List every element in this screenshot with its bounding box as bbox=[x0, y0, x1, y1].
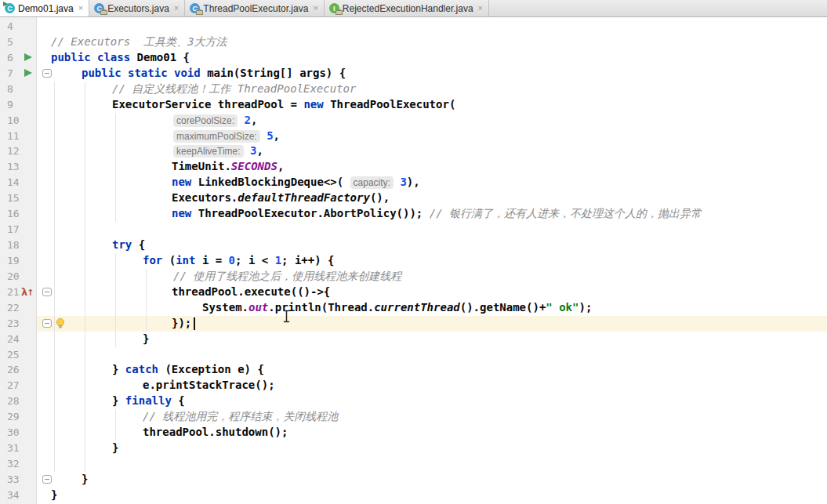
code-text: new bbox=[303, 98, 323, 111]
line-number[interactable]: 24 bbox=[7, 332, 34, 347]
tab-close-icon[interactable]: × bbox=[478, 4, 483, 13]
param-hint-chip: capacity: bbox=[350, 176, 394, 189]
code-text: // 线程池用完，程序结束，关闭线程池 bbox=[143, 410, 338, 422]
code-line[interactable]: } catch (Exception e) { bbox=[112, 362, 264, 378]
code-text: currentThread bbox=[374, 301, 460, 314]
code-line[interactable]: threadPool.shutdown(); bbox=[143, 425, 288, 441]
line-number[interactable]: 34 bbox=[7, 488, 34, 503]
tab-close-icon[interactable]: × bbox=[313, 4, 317, 13]
code-line[interactable]: System.out.println(Thread.currentThread(… bbox=[202, 300, 592, 316]
line-number[interactable]: 28 bbox=[7, 393, 34, 409]
line-number[interactable]: 33 bbox=[7, 472, 34, 488]
line-number[interactable]: 14 bbox=[7, 175, 34, 190]
code-line[interactable]: } finally { bbox=[112, 393, 185, 409]
line-number[interactable]: 9 bbox=[7, 97, 34, 113]
code-line[interactable]: e.printStackTrace(); bbox=[143, 378, 275, 393]
code-text: try bbox=[112, 238, 132, 251]
line-number[interactable]: 25 bbox=[7, 347, 34, 363]
tab-close-icon[interactable]: × bbox=[174, 4, 179, 13]
line-number[interactable]: 30 bbox=[7, 425, 34, 441]
line-number[interactable]: 29 bbox=[7, 409, 34, 425]
code-line[interactable]: } bbox=[82, 472, 88, 488]
code-text: // 自定义线程池！工作 ThreadPoolExecutor bbox=[112, 82, 356, 95]
line-number[interactable]: 31 bbox=[7, 441, 34, 456]
code-text: , bbox=[277, 160, 284, 172]
line-number[interactable]: 19 bbox=[7, 253, 34, 269]
interface-lock-icon: I bbox=[329, 3, 339, 13]
line-number[interactable]: 15 bbox=[7, 190, 34, 206]
code-text: } bbox=[112, 394, 125, 407]
param-hint-chip: corePoolSize: bbox=[173, 114, 238, 127]
code-line[interactable]: for (int i = 0; i < 1; i++) { bbox=[143, 253, 335, 269]
fold-marker[interactable] bbox=[42, 319, 52, 328]
line-number[interactable]: 5 bbox=[7, 34, 34, 50]
code-text: } bbox=[112, 441, 118, 454]
code-text: (), bbox=[370, 191, 390, 204]
code-line[interactable]: new LinkedBlockingDeque<>( capacity: 3), bbox=[172, 175, 420, 190]
code-line[interactable]: // 自定义线程池！工作 ThreadPoolExecutor bbox=[112, 82, 356, 97]
class-run-icon: C bbox=[5, 3, 15, 13]
code-line[interactable]: threadPool.execute(()->{ bbox=[172, 285, 330, 300]
code-line[interactable]: // 使用了线程池之后，使用线程池来创建线程 bbox=[173, 269, 401, 285]
code-line[interactable]: // 线程池用完，程序结束，关闭线程池 bbox=[143, 409, 338, 425]
line-number[interactable]: 17 bbox=[7, 222, 34, 237]
code-editor[interactable]: 4567891011121314151617181920212223242526… bbox=[0, 17, 827, 504]
code-line[interactable]: // Executors 工具类、3大方法 bbox=[51, 34, 227, 50]
line-number[interactable]: 23 bbox=[7, 316, 34, 332]
code-line[interactable]: public static void main(String[] args) { bbox=[82, 66, 346, 82]
code-text: catch bbox=[125, 363, 158, 375]
code-text: ; i++) { bbox=[281, 254, 334, 267]
fold-marker[interactable] bbox=[42, 475, 52, 484]
code-line[interactable]: new ThreadPoolExecutor.AbortPolicy()); /… bbox=[172, 206, 702, 222]
code-line[interactable]: } bbox=[143, 332, 149, 347]
line-number[interactable]: 27 bbox=[7, 378, 34, 393]
code-text: .println(Thread. bbox=[268, 301, 374, 314]
tab-label: Executors.java bbox=[107, 3, 169, 14]
fold-marker[interactable] bbox=[42, 288, 52, 296]
code-text: ().getName()+ bbox=[460, 301, 546, 314]
tab-close-icon[interactable]: × bbox=[78, 4, 83, 13]
code-line[interactable]: corePoolSize: 2, bbox=[173, 113, 257, 129]
lightbulb-icon[interactable] bbox=[55, 317, 66, 329]
line-number[interactable]: 13 bbox=[7, 159, 34, 175]
code-line[interactable]: public class Demo01 { bbox=[51, 50, 190, 66]
line-number[interactable]: 22 bbox=[7, 300, 34, 316]
fold-marker[interactable] bbox=[42, 69, 52, 78]
code-text: int bbox=[176, 254, 195, 267]
line-number[interactable]: 20 bbox=[7, 269, 34, 285]
code-line[interactable]: }); bbox=[172, 316, 191, 332]
line-number[interactable]: 11 bbox=[7, 129, 34, 144]
tab-executors-java[interactable]: CExecutors.java× bbox=[89, 0, 185, 16]
class-lock-icon: C bbox=[190, 3, 200, 13]
line-number[interactable]: 26 bbox=[7, 362, 34, 378]
code-line[interactable]: } bbox=[112, 441, 118, 456]
lambda-implements-icon[interactable]: λ↑ bbox=[21, 286, 34, 299]
indent-guide bbox=[85, 82, 85, 472]
code-line[interactable]: Executors.defaultThreadFactory(), bbox=[172, 190, 390, 206]
run-icon[interactable] bbox=[24, 69, 32, 77]
run-icon[interactable] bbox=[24, 53, 32, 61]
line-number[interactable]: 10 bbox=[7, 113, 34, 129]
tab-demo01-java[interactable]: CDemo01.java× bbox=[0, 0, 89, 16]
code-text: 3 bbox=[400, 176, 406, 188]
tab-label: ThreadPoolExecutor.java bbox=[203, 3, 308, 14]
code-line[interactable]: try { bbox=[112, 237, 145, 253]
code-line[interactable]: TimeUnit.SECONDS, bbox=[172, 159, 284, 175]
line-number[interactable]: 12 bbox=[7, 143, 34, 159]
line-number[interactable]: 4 bbox=[7, 19, 34, 34]
line-number[interactable]: 18 bbox=[7, 237, 34, 253]
code-text: } bbox=[112, 363, 125, 375]
code-line[interactable]: maximumPoolSize: 5, bbox=[173, 129, 280, 144]
line-number[interactable]: 8 bbox=[7, 82, 34, 97]
tab-threadpoolexecutor-java[interactable]: CThreadPoolExecutor.java× bbox=[185, 0, 325, 16]
code-line[interactable]: } bbox=[51, 488, 57, 503]
tab-rejectedexecutionhandler-java[interactable]: IRejectedExecutionHandler.java× bbox=[325, 0, 489, 16]
code-text: SECONDS bbox=[231, 160, 277, 172]
line-number[interactable]: 16 bbox=[7, 206, 34, 222]
line-number[interactable]: 32 bbox=[7, 456, 34, 472]
code-text: threadPool.execute(()->{ bbox=[172, 285, 330, 298]
code-text bbox=[244, 144, 250, 157]
code-line[interactable]: ExecutorService threadPool = new ThreadP… bbox=[112, 97, 455, 113]
code-line[interactable]: keepAliveTime: 3, bbox=[173, 143, 263, 159]
param-hint-chip: keepAliveTime: bbox=[173, 145, 244, 158]
